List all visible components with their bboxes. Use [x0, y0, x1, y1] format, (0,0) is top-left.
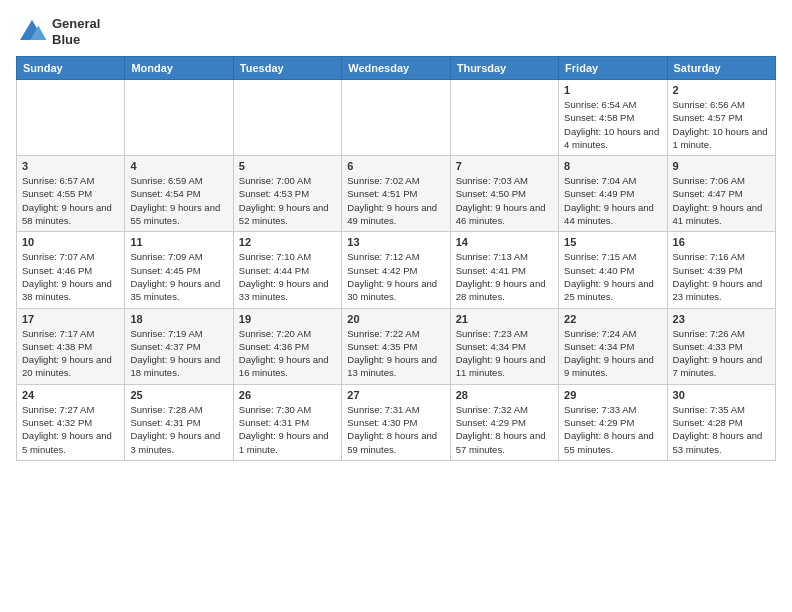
day-info: Sunrise: 7:35 AM Sunset: 4:28 PM Dayligh…: [673, 403, 770, 456]
day-info: Sunrise: 7:33 AM Sunset: 4:29 PM Dayligh…: [564, 403, 661, 456]
day-number: 23: [673, 313, 770, 325]
day-info: Sunrise: 6:57 AM Sunset: 4:55 PM Dayligh…: [22, 174, 119, 227]
day-number: 28: [456, 389, 553, 401]
day-info: Sunrise: 7:23 AM Sunset: 4:34 PM Dayligh…: [456, 327, 553, 380]
day-number: 17: [22, 313, 119, 325]
day-number: 14: [456, 236, 553, 248]
calendar-cell: [17, 80, 125, 156]
day-number: 26: [239, 389, 336, 401]
calendar-cell: 3Sunrise: 6:57 AM Sunset: 4:55 PM Daylig…: [17, 156, 125, 232]
calendar-cell: 5Sunrise: 7:00 AM Sunset: 4:53 PM Daylig…: [233, 156, 341, 232]
day-number: 25: [130, 389, 227, 401]
weekday-header-monday: Monday: [125, 57, 233, 80]
page-header: General Blue: [16, 16, 776, 48]
day-number: 21: [456, 313, 553, 325]
day-info: Sunrise: 7:03 AM Sunset: 4:50 PM Dayligh…: [456, 174, 553, 227]
calendar-cell: 24Sunrise: 7:27 AM Sunset: 4:32 PM Dayli…: [17, 384, 125, 460]
day-info: Sunrise: 7:13 AM Sunset: 4:41 PM Dayligh…: [456, 250, 553, 303]
day-number: 16: [673, 236, 770, 248]
day-info: Sunrise: 7:12 AM Sunset: 4:42 PM Dayligh…: [347, 250, 444, 303]
day-info: Sunrise: 7:22 AM Sunset: 4:35 PM Dayligh…: [347, 327, 444, 380]
day-number: 30: [673, 389, 770, 401]
calendar-week-row: 3Sunrise: 6:57 AM Sunset: 4:55 PM Daylig…: [17, 156, 776, 232]
day-number: 24: [22, 389, 119, 401]
day-number: 4: [130, 160, 227, 172]
calendar-cell: 11Sunrise: 7:09 AM Sunset: 4:45 PM Dayli…: [125, 232, 233, 308]
calendar-cell: 8Sunrise: 7:04 AM Sunset: 4:49 PM Daylig…: [559, 156, 667, 232]
calendar-cell: 16Sunrise: 7:16 AM Sunset: 4:39 PM Dayli…: [667, 232, 775, 308]
day-number: 15: [564, 236, 661, 248]
calendar-cell: [450, 80, 558, 156]
day-info: Sunrise: 7:32 AM Sunset: 4:29 PM Dayligh…: [456, 403, 553, 456]
calendar-cell: 27Sunrise: 7:31 AM Sunset: 4:30 PM Dayli…: [342, 384, 450, 460]
day-info: Sunrise: 7:31 AM Sunset: 4:30 PM Dayligh…: [347, 403, 444, 456]
day-info: Sunrise: 7:09 AM Sunset: 4:45 PM Dayligh…: [130, 250, 227, 303]
weekday-header-wednesday: Wednesday: [342, 57, 450, 80]
day-number: 7: [456, 160, 553, 172]
day-info: Sunrise: 7:06 AM Sunset: 4:47 PM Dayligh…: [673, 174, 770, 227]
day-info: Sunrise: 6:56 AM Sunset: 4:57 PM Dayligh…: [673, 98, 770, 151]
day-number: 5: [239, 160, 336, 172]
day-info: Sunrise: 7:16 AM Sunset: 4:39 PM Dayligh…: [673, 250, 770, 303]
day-info: Sunrise: 7:24 AM Sunset: 4:34 PM Dayligh…: [564, 327, 661, 380]
weekday-header-tuesday: Tuesday: [233, 57, 341, 80]
calendar-cell: 17Sunrise: 7:17 AM Sunset: 4:38 PM Dayli…: [17, 308, 125, 384]
day-number: 22: [564, 313, 661, 325]
day-info: Sunrise: 7:26 AM Sunset: 4:33 PM Dayligh…: [673, 327, 770, 380]
day-number: 13: [347, 236, 444, 248]
day-info: Sunrise: 7:28 AM Sunset: 4:31 PM Dayligh…: [130, 403, 227, 456]
calendar-header-row: SundayMondayTuesdayWednesdayThursdayFrid…: [17, 57, 776, 80]
logo-icon: [16, 16, 48, 48]
day-number: 6: [347, 160, 444, 172]
day-number: 1: [564, 84, 661, 96]
day-info: Sunrise: 7:17 AM Sunset: 4:38 PM Dayligh…: [22, 327, 119, 380]
day-info: Sunrise: 7:19 AM Sunset: 4:37 PM Dayligh…: [130, 327, 227, 380]
day-number: 2: [673, 84, 770, 96]
calendar-table: SundayMondayTuesdayWednesdayThursdayFrid…: [16, 56, 776, 461]
calendar-cell: 13Sunrise: 7:12 AM Sunset: 4:42 PM Dayli…: [342, 232, 450, 308]
calendar-cell: 15Sunrise: 7:15 AM Sunset: 4:40 PM Dayli…: [559, 232, 667, 308]
calendar-week-row: 17Sunrise: 7:17 AM Sunset: 4:38 PM Dayli…: [17, 308, 776, 384]
day-info: Sunrise: 7:15 AM Sunset: 4:40 PM Dayligh…: [564, 250, 661, 303]
day-number: 8: [564, 160, 661, 172]
day-number: 29: [564, 389, 661, 401]
day-info: Sunrise: 7:07 AM Sunset: 4:46 PM Dayligh…: [22, 250, 119, 303]
day-info: Sunrise: 7:30 AM Sunset: 4:31 PM Dayligh…: [239, 403, 336, 456]
calendar-cell: 18Sunrise: 7:19 AM Sunset: 4:37 PM Dayli…: [125, 308, 233, 384]
day-info: Sunrise: 6:54 AM Sunset: 4:58 PM Dayligh…: [564, 98, 661, 151]
weekday-header-thursday: Thursday: [450, 57, 558, 80]
calendar-cell: 6Sunrise: 7:02 AM Sunset: 4:51 PM Daylig…: [342, 156, 450, 232]
day-info: Sunrise: 7:02 AM Sunset: 4:51 PM Dayligh…: [347, 174, 444, 227]
calendar-cell: 23Sunrise: 7:26 AM Sunset: 4:33 PM Dayli…: [667, 308, 775, 384]
day-info: Sunrise: 6:59 AM Sunset: 4:54 PM Dayligh…: [130, 174, 227, 227]
day-number: 18: [130, 313, 227, 325]
logo-text: General Blue: [52, 16, 100, 47]
weekday-header-sunday: Sunday: [17, 57, 125, 80]
day-number: 11: [130, 236, 227, 248]
calendar-cell: 29Sunrise: 7:33 AM Sunset: 4:29 PM Dayli…: [559, 384, 667, 460]
day-info: Sunrise: 7:20 AM Sunset: 4:36 PM Dayligh…: [239, 327, 336, 380]
calendar-cell: 30Sunrise: 7:35 AM Sunset: 4:28 PM Dayli…: [667, 384, 775, 460]
calendar-cell: 28Sunrise: 7:32 AM Sunset: 4:29 PM Dayli…: [450, 384, 558, 460]
calendar-cell: 21Sunrise: 7:23 AM Sunset: 4:34 PM Dayli…: [450, 308, 558, 384]
calendar-cell: [233, 80, 341, 156]
calendar-cell: 2Sunrise: 6:56 AM Sunset: 4:57 PM Daylig…: [667, 80, 775, 156]
calendar-cell: 9Sunrise: 7:06 AM Sunset: 4:47 PM Daylig…: [667, 156, 775, 232]
day-number: 12: [239, 236, 336, 248]
calendar-cell: 22Sunrise: 7:24 AM Sunset: 4:34 PM Dayli…: [559, 308, 667, 384]
calendar-body: 1Sunrise: 6:54 AM Sunset: 4:58 PM Daylig…: [17, 80, 776, 461]
calendar-cell: 14Sunrise: 7:13 AM Sunset: 4:41 PM Dayli…: [450, 232, 558, 308]
logo: General Blue: [16, 16, 100, 48]
day-info: Sunrise: 7:00 AM Sunset: 4:53 PM Dayligh…: [239, 174, 336, 227]
calendar-cell: 20Sunrise: 7:22 AM Sunset: 4:35 PM Dayli…: [342, 308, 450, 384]
calendar-cell: 1Sunrise: 6:54 AM Sunset: 4:58 PM Daylig…: [559, 80, 667, 156]
calendar-cell: 19Sunrise: 7:20 AM Sunset: 4:36 PM Dayli…: [233, 308, 341, 384]
calendar-cell: 4Sunrise: 6:59 AM Sunset: 4:54 PM Daylig…: [125, 156, 233, 232]
calendar-cell: [125, 80, 233, 156]
day-number: 27: [347, 389, 444, 401]
day-number: 3: [22, 160, 119, 172]
calendar-cell: 10Sunrise: 7:07 AM Sunset: 4:46 PM Dayli…: [17, 232, 125, 308]
day-number: 19: [239, 313, 336, 325]
calendar-week-row: 1Sunrise: 6:54 AM Sunset: 4:58 PM Daylig…: [17, 80, 776, 156]
day-number: 9: [673, 160, 770, 172]
